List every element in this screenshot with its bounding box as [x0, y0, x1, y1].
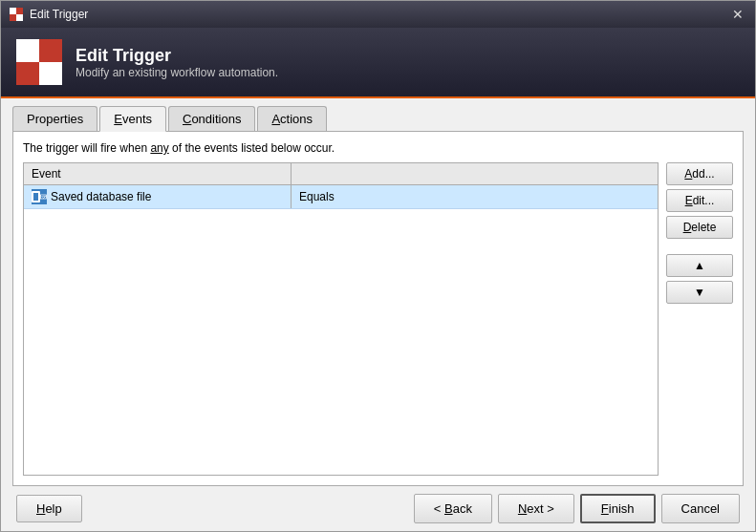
col-value — [292, 163, 658, 184]
value-cell: Equals — [292, 186, 658, 207]
table-header: Event — [24, 163, 658, 185]
close-button[interactable]: ✕ — [728, 7, 747, 22]
cancel-button[interactable]: Cancel — [661, 494, 740, 523]
title-bar: Edit Trigger ✕ — [1, 1, 755, 28]
tab-actions[interactable]: Actions — [257, 106, 327, 132]
content-area: Properties Events Conditions Actions The… — [1, 98, 755, 531]
tab-bar: Properties Events Conditions Actions — [12, 106, 744, 132]
finish-button[interactable]: Finish — [580, 494, 656, 523]
side-buttons: Add... Edit... Delete ▲ ▼ — [666, 162, 733, 476]
tab-properties[interactable]: Properties — [12, 106, 97, 132]
header-title: Edit Trigger — [76, 46, 278, 66]
edit-button[interactable]: Edit... — [666, 189, 733, 212]
back-button[interactable]: < Back — [414, 494, 492, 523]
table-body: Saved database file Equals — [24, 185, 658, 475]
move-up-button[interactable]: ▲ — [666, 254, 733, 277]
svg-rect-5 — [41, 196, 43, 197]
header-banner: Edit Trigger Modify an existing workflow… — [1, 28, 755, 98]
window-icon — [9, 7, 24, 22]
svg-rect-2 — [16, 14, 23, 21]
app-logo — [16, 39, 62, 85]
edit-trigger-window: Edit Trigger ✕ Edit Trigger Modify an ex… — [0, 0, 756, 532]
tab-events[interactable]: Events — [99, 106, 166, 132]
info-text: The trigger will fire when any of the ev… — [23, 141, 733, 155]
window-title: Edit Trigger — [30, 8, 88, 21]
move-down-button[interactable]: ▼ — [666, 281, 733, 304]
next-button[interactable]: Next > — [498, 494, 574, 523]
svg-rect-1 — [10, 8, 16, 14]
footer: Help < Back Next > Finish Cancel — [12, 486, 744, 523]
help-button[interactable]: Help — [16, 495, 82, 522]
col-event: Event — [24, 163, 292, 184]
delete-button[interactable]: Delete — [666, 216, 733, 239]
header-subtitle: Modify an existing workflow automation. — [76, 66, 278, 79]
tab-conditions[interactable]: Conditions — [168, 106, 255, 132]
event-name: Saved database file — [51, 190, 151, 203]
add-button[interactable]: Add... — [666, 162, 733, 185]
main-panel: The trigger will fire when any of the ev… — [12, 131, 744, 486]
event-cell: Saved database file — [24, 185, 292, 208]
events-table: Event — [23, 162, 659, 476]
table-row[interactable]: Saved database file Equals — [24, 185, 658, 209]
database-icon — [32, 189, 47, 204]
panel-body: Event — [23, 162, 733, 476]
